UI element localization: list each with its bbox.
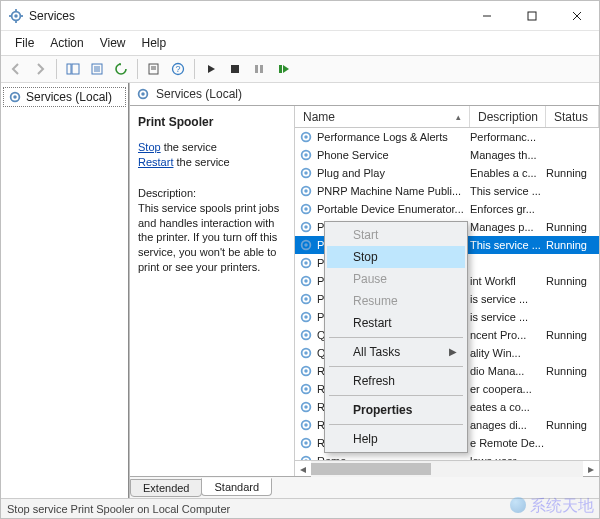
context-menu: Start Stop Pause Resume Restart All Task… [324,221,468,453]
svg-point-58 [304,369,308,373]
cell-status: Running [546,239,599,251]
cell-description: This service ... [470,239,546,251]
restart-service-link[interactable]: Restart [138,156,173,168]
service-row[interactable]: Plug and PlayEnables a c...Running [295,164,599,182]
svg-point-50 [304,297,308,301]
forward-button[interactable] [29,58,51,80]
svg-rect-10 [67,64,71,74]
svg-marker-26 [283,65,289,73]
cell-status: Running [546,221,599,233]
service-row[interactable]: Remolows user... [295,452,599,460]
svg-point-60 [304,387,308,391]
stop-service-link[interactable]: Stop [138,141,161,153]
svg-point-32 [304,135,308,139]
pause-service-button[interactable] [248,58,270,80]
stop-service-button[interactable] [224,58,246,80]
start-service-button[interactable] [200,58,222,80]
svg-point-44 [304,243,308,247]
stop-suffix: the service [161,141,217,153]
window-controls [464,1,599,30]
svg-point-66 [304,441,308,445]
svg-rect-25 [279,65,282,73]
scroll-thumb[interactable] [311,463,431,475]
menu-file[interactable]: File [7,33,42,53]
service-row[interactable]: Portable Device Enumerator...Enforces gr… [295,200,599,218]
ctx-help[interactable]: Help [327,428,465,450]
cell-description: Enables a c... [470,167,546,179]
tab-extended[interactable]: Extended [130,479,202,497]
nav-root-label: Services (Local) [26,90,112,104]
ctx-sep [329,337,463,338]
svg-rect-22 [231,65,239,73]
ctx-all-tasks[interactable]: All Tasks▶ [327,341,465,363]
ctx-properties[interactable]: Properties [327,399,465,421]
close-button[interactable] [554,1,599,30]
toolbar-sep [56,59,57,79]
service-details-pane: Print Spooler Stop the service Restart t… [130,106,295,476]
svg-point-56 [304,351,308,355]
cell-description: This service ... [470,185,546,197]
minimize-button[interactable] [464,1,509,30]
ctx-pause: Pause [327,268,465,290]
maximize-button[interactable] [509,1,554,30]
export-list-button[interactable] [86,58,108,80]
refresh-button[interactable] [110,58,132,80]
cell-description: er coopera... [470,383,546,395]
horizontal-scrollbar[interactable]: ◂ ▸ [295,460,599,476]
menu-action[interactable]: Action [42,33,91,53]
menubar: File Action View Help [1,31,599,56]
panel-header: Services (Local) [130,83,599,106]
gear-icon [8,90,22,104]
cell-status: Running [546,329,599,341]
panel-tabs: Extended Standard [130,476,599,498]
svg-point-28 [13,95,17,99]
gear-icon [136,87,150,101]
service-row[interactable]: Phone ServiceManages th... [295,146,599,164]
show-hide-tree-button[interactable] [62,58,84,80]
svg-point-30 [141,92,145,96]
ctx-restart[interactable]: Restart [327,312,465,334]
cell-description: is service ... [470,293,546,305]
cell-description: Enforces gr... [470,203,546,215]
service-row[interactable]: Performance Logs & AlertsPerformanc... [295,128,599,146]
properties-button[interactable] [143,58,165,80]
ctx-sep [329,424,463,425]
svg-text:?: ? [175,64,180,74]
help-button[interactable]: ? [167,58,189,80]
service-row[interactable]: PNRP Machine Name Publi...This service .… [295,182,599,200]
stop-service-link-line: Stop the service [138,140,284,155]
scroll-right-button[interactable]: ▸ [583,461,599,477]
menu-view[interactable]: View [92,33,134,53]
cell-description: Manages th... [470,149,546,161]
description-text: This service spools print jobs and handl… [138,201,284,275]
col-description[interactable]: Description [470,106,546,127]
status-text: Stop service Print Spooler on Local Comp… [7,503,230,515]
restart-service-button[interactable] [272,58,294,80]
col-name[interactable]: Name [295,106,470,127]
cell-description: Performanc... [470,131,546,143]
ctx-sep [329,366,463,367]
svg-point-62 [304,405,308,409]
window-title: Services [29,9,75,23]
description-label: Description: [138,186,284,201]
scroll-track[interactable] [311,461,583,477]
cell-status: Running [546,275,599,287]
svg-marker-21 [208,65,215,73]
scroll-left-button[interactable]: ◂ [295,461,311,477]
app-icon [9,9,23,23]
ctx-start: Start [327,224,465,246]
back-button[interactable] [5,58,27,80]
cell-name: Performance Logs & Alerts [295,130,470,144]
tab-standard[interactable]: Standard [201,478,272,496]
svg-rect-24 [260,65,263,73]
menu-help[interactable]: Help [134,33,175,53]
ctx-sep [329,395,463,396]
toolbar-sep [137,59,138,79]
col-status[interactable]: Status [546,106,599,127]
nav-root-services-local[interactable]: Services (Local) [3,87,126,107]
cell-description: ality Win... [470,347,546,359]
column-headers: Name Description Status [295,106,599,128]
ctx-refresh[interactable]: Refresh [327,370,465,392]
ctx-stop[interactable]: Stop [327,246,465,268]
cell-description: eates a co... [470,401,546,413]
